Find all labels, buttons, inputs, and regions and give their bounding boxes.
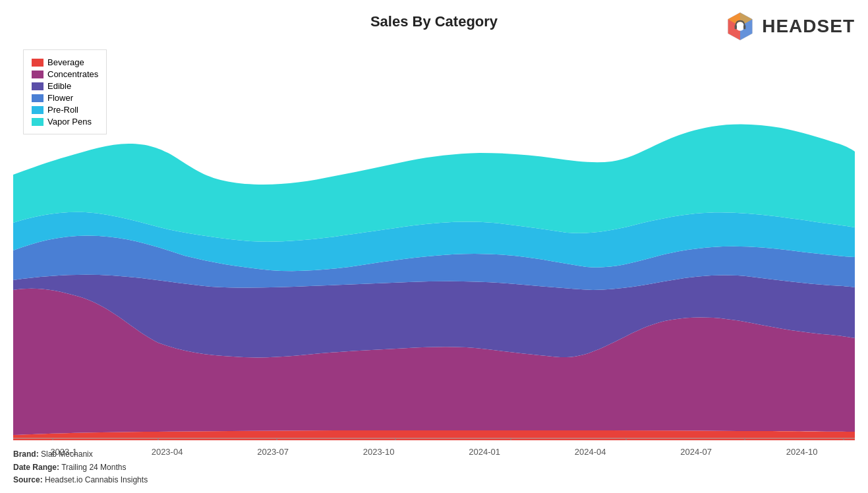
svg-point-1 [736, 22, 745, 30]
legend-item-vapor-pens: Vapor Pens [32, 117, 98, 127]
legend-color-beverage [32, 59, 43, 67]
legend-item-edible: Edible [32, 81, 98, 91]
chart-container: Sales By Category HEADSET Beverage [0, 0, 868, 493]
legend-color-vapor-pens [32, 118, 43, 126]
headset-logo-icon [724, 10, 757, 43]
source-label: Source: [13, 475, 43, 484]
legend-label-preroll: Pre-Roll [47, 105, 78, 115]
svg-rect-3 [743, 25, 745, 29]
headset-logo: HEADSET [724, 10, 855, 43]
x-label-5: 2024-01 [469, 447, 500, 457]
legend-label-flower: Flower [47, 93, 73, 103]
date-range-label: Date Range: [13, 463, 59, 472]
chart-svg [13, 46, 855, 440]
legend-label-vapor-pens: Vapor Pens [47, 117, 92, 127]
x-label-8: 2024-10 [786, 447, 818, 457]
x-label-6: 2024-04 [575, 447, 606, 457]
chart-legend: Beverage Concentrates Edible Flower Pre-… [23, 49, 107, 134]
legend-color-edible [32, 82, 43, 90]
source-value: Headset.io Cannabis Insights [45, 475, 148, 484]
legend-item-flower: Flower [32, 93, 98, 103]
legend-color-concentrates [32, 71, 43, 78]
legend-label-concentrates: Concentrates [47, 69, 98, 79]
footer-source: Source: Headset.io Cannabis Insights [13, 474, 148, 486]
legend-label-edible: Edible [47, 81, 71, 91]
svg-rect-2 [735, 25, 737, 29]
x-label-4: 2023-10 [363, 447, 395, 457]
x-label-3: 2023-07 [257, 447, 289, 457]
date-range-value: Trailing 24 Months [61, 463, 126, 472]
legend-item-concentrates: Concentrates [32, 69, 98, 79]
footer-brand: Brand: Slab Mechanix [13, 448, 148, 461]
chart-area [13, 46, 855, 440]
x-label-7: 2024-07 [680, 447, 712, 457]
footer-info: Brand: Slab Mechanix Date Range: Trailin… [13, 448, 148, 486]
legend-item-preroll: Pre-Roll [32, 105, 98, 115]
x-label-2: 2023-04 [152, 447, 183, 457]
footer-date-range: Date Range: Trailing 24 Months [13, 461, 148, 474]
legend-color-flower [32, 94, 43, 102]
brand-label: Brand: [13, 450, 39, 459]
area-beverage [13, 430, 855, 440]
brand-value: Slab Mechanix [41, 450, 93, 459]
headset-logo-text: HEADSET [762, 16, 855, 37]
legend-item-beverage: Beverage [32, 57, 98, 67]
legend-color-preroll [32, 106, 43, 114]
legend-label-beverage: Beverage [47, 57, 84, 67]
